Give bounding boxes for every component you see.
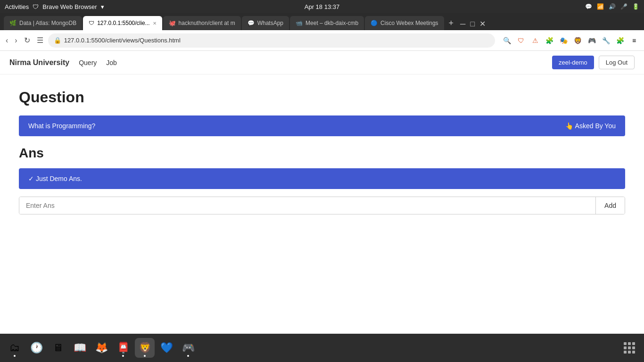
os-topbar: Activities 🛡 Brave Web Browser ▾ Apr 18 …: [0, 0, 644, 13]
tab-meet[interactable]: 📹 Meet – dkb-daix-cmb: [290, 16, 364, 30]
brave-shield-icon[interactable]: 🛡: [515, 34, 527, 47]
tab-mongodb[interactable]: 🌿 Data | Atlas: MongoDB: [4, 16, 82, 30]
warning-icon[interactable]: ⚠: [529, 34, 541, 47]
tab-webex[interactable]: 🔵 Cisco Webex Meetings: [365, 16, 444, 30]
site-brand: Nirma University: [9, 58, 69, 67]
tab-questions-label: 127.0.0.1:5500/clie...: [97, 20, 149, 26]
forward-button[interactable]: ›: [13, 34, 19, 47]
address-input-wrap[interactable]: 🔒 127.0.0.1:5500/client/views/Questions.…: [48, 33, 495, 48]
tab-whatsapp[interactable]: 💬 WhatsApp: [242, 16, 289, 30]
logout-button[interactable]: Log Out: [599, 56, 635, 69]
tab-whatsapp-icon: 💬: [248, 20, 255, 26]
extension-icon-2[interactable]: 🎭: [557, 34, 570, 47]
question-text: What is Programming?: [28, 122, 95, 130]
extension-icon-5[interactable]: 🔧: [600, 34, 612, 47]
tab-github[interactable]: 🐙 hacknuthon/client at m: [163, 16, 241, 30]
tab-questions[interactable]: 🛡 127.0.0.1:5500/clie... ✕: [83, 16, 162, 30]
lock-icon: 🔒: [54, 37, 61, 44]
puzzle-icon[interactable]: 🧩: [614, 34, 626, 47]
browser-name-label: Brave Web Browser: [42, 3, 97, 10]
wifi-icon: 📶: [597, 3, 604, 10]
volume-icon: 🔊: [609, 3, 616, 10]
tab-github-label: hacknuthon/client at m: [179, 20, 235, 26]
new-tab-button[interactable]: +: [445, 18, 458, 28]
brave-logo-icon: 🛡: [33, 3, 39, 10]
tab-webex-icon: 🔵: [371, 20, 378, 26]
extension-icon-1[interactable]: 🧩: [543, 34, 555, 47]
maximize-button[interactable]: □: [468, 18, 477, 30]
tab-bar: 🌿 Data | Atlas: MongoDB 🛡 127.0.0.1:5500…: [0, 13, 644, 30]
activities-label[interactable]: Activities: [5, 3, 29, 10]
address-bar: ‹ › ↻ ☰ 🔒 127.0.0.1:5500/client/views/Qu…: [0, 30, 644, 51]
question-banner: What is Programming? 👆 Asked By You: [19, 115, 625, 136]
site-nav-right: zeel-demo Log Out: [552, 56, 635, 69]
answer-input-row: Add: [19, 197, 625, 214]
tab-whatsapp-label: WhatsApp: [257, 20, 283, 26]
os-topbar-left: Activities 🛡 Brave Web Browser ▾: [5, 3, 104, 10]
add-answer-button[interactable]: Add: [595, 197, 625, 214]
page-title: Question: [19, 89, 625, 106]
asked-by-badge: 👆 Asked By You: [565, 122, 616, 130]
menu-icon[interactable]: ≡: [628, 34, 640, 47]
address-text: 127.0.0.1:5500/client/views/Questions.ht…: [64, 37, 489, 44]
os-datetime: Apr 18 13:37: [305, 3, 339, 10]
nav-link-query[interactable]: Query: [79, 59, 97, 66]
os-topbar-right: 💬 📶 🔊 🎤 🔋: [585, 3, 639, 10]
site-nav: Nirma University Query Job zeel-demo Log…: [0, 51, 644, 74]
tab-meet-icon: 📹: [296, 20, 303, 26]
tab-webex-label: Cisco Webex Meetings: [380, 20, 438, 26]
bookmark-button[interactable]: ☰: [35, 34, 45, 47]
extension-icon-4[interactable]: 🎮: [586, 34, 598, 47]
dropdown-chevron-icon[interactable]: ▾: [101, 3, 104, 10]
user-button[interactable]: zeel-demo: [552, 56, 594, 69]
site-content: Nirma University Query Job zeel-demo Log…: [0, 51, 644, 324]
answer-text: ✓ Just Demo Ans.: [28, 175, 82, 182]
tab-meet-label: Meet – dkb-daix-cmb: [305, 20, 358, 26]
tab-mongodb-label: Data | Atlas: MongoDB: [19, 20, 76, 26]
back-button[interactable]: ‹: [4, 34, 10, 47]
mic-icon: 🎤: [620, 3, 627, 10]
minimize-button[interactable]: ─: [458, 18, 467, 30]
close-window-button[interactable]: ✕: [478, 17, 487, 30]
answer-input[interactable]: [19, 197, 595, 214]
battery-icon: 🔋: [632, 3, 639, 10]
tab-github-icon: 🐙: [169, 20, 176, 26]
discord-status-icon: 💬: [585, 3, 592, 10]
tab-questions-icon: 🛡: [89, 20, 94, 26]
nav-link-job[interactable]: Job: [106, 59, 117, 66]
extension-icon-3[interactable]: 🦁: [571, 34, 584, 47]
ans-title: Ans: [19, 146, 625, 161]
tab-questions-close-icon[interactable]: ✕: [153, 21, 157, 26]
search-icon[interactable]: 🔍: [501, 34, 513, 47]
toolbar-icons: 🔍 🛡 ⚠ 🧩 🎭 🦁 🎮 🔧 🧩 ≡: [501, 34, 640, 47]
main-content: Question What is Programming? 👆 Asked By…: [0, 74, 644, 229]
answer-item: ✓ Just Demo Ans.: [19, 168, 625, 189]
tab-mongodb-icon: 🌿: [9, 20, 17, 26]
browser-chrome: 🌿 Data | Atlas: MongoDB 🛡 127.0.0.1:5500…: [0, 13, 644, 51]
reload-button[interactable]: ↻: [22, 34, 32, 47]
